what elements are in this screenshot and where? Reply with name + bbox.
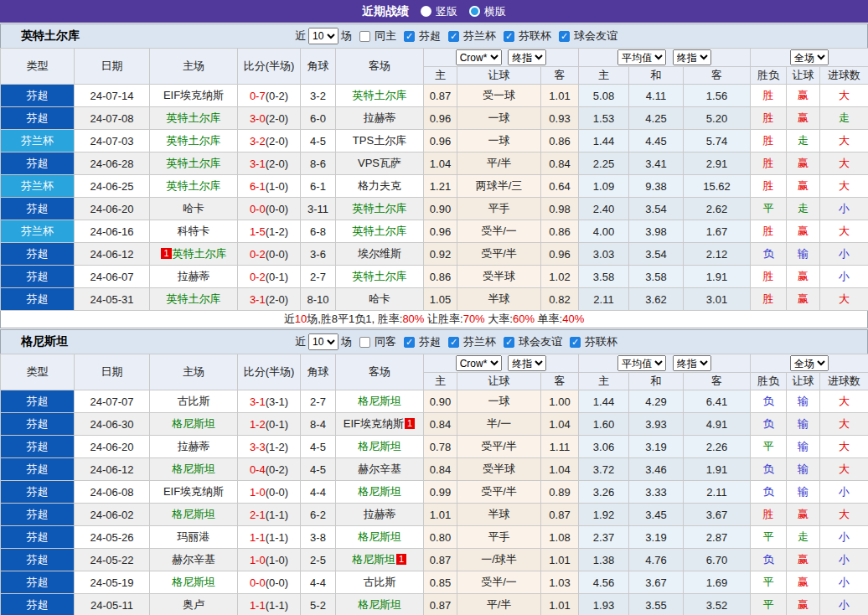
away-team-cell: 拉赫蒂 <box>336 504 424 526</box>
asia-away-odds: 1.08 <box>541 526 579 549</box>
score-cell: 3-1(2-0) <box>238 288 301 311</box>
fulltime-score: 0-2 <box>250 248 266 261</box>
league-checkbox-label[interactable]: 芬联杯 <box>519 28 551 44</box>
fulltime-score: 3-1 <box>250 395 266 408</box>
match-row: 芬超24-06-20拉赫蒂3-3(1-2)4-5格尼斯坦0.78受平/半1.11… <box>1 436 868 458</box>
home-team-cell: 英特土尔库 <box>150 288 238 311</box>
scope-select[interactable]: 全场 <box>790 49 829 65</box>
team-link: 埃尔维斯 <box>358 247 401 260</box>
asia-home-odds: 1.01 <box>424 504 457 526</box>
asia-final-select[interactable]: 终指 <box>508 49 546 65</box>
euro-away-odds: 5.20 <box>684 107 751 130</box>
red-card-badge: 1 <box>161 248 171 259</box>
euro-draw-odds: 4.29 <box>629 390 684 413</box>
match-date: 24-07-14 <box>75 85 150 107</box>
team-link: 哈卡 <box>183 202 204 214</box>
result-goals: 大 <box>820 130 868 152</box>
same-venue-checkbox[interactable]: ✓ <box>359 31 370 42</box>
corner-score: 6-0 <box>301 107 336 130</box>
corner-score: 6-8 <box>301 220 336 243</box>
radio-label[interactable]: 竖版 <box>436 4 457 19</box>
result-goals: 小 <box>820 594 868 615</box>
league-checkbox[interactable]: ✓ <box>570 337 581 348</box>
bookmaker-select[interactable]: Crow* <box>456 49 502 65</box>
league-checkbox[interactable]: ✓ <box>448 337 459 348</box>
league-checkbox-label[interactable]: 芬联杯 <box>585 334 617 349</box>
euro-home-odds: 3.03 <box>579 243 629 266</box>
same-venue-label[interactable]: 同客 <box>375 334 396 349</box>
asia-final-select[interactable]: 终指 <box>508 355 546 371</box>
league-checkbox-label[interactable]: 芬超 <box>419 334 441 349</box>
fulltime-score: 0-7 <box>250 90 266 102</box>
league-checkbox[interactable]: ✓ <box>559 31 570 42</box>
match-count-select[interactable]: 10 <box>308 333 338 350</box>
radio-icon[interactable] <box>469 6 480 17</box>
scope-select[interactable]: 全场 <box>790 355 829 371</box>
same-venue-label[interactable]: 同主 <box>375 28 396 44</box>
asia-away-odds: 1.02 <box>541 266 579 288</box>
euro-away-odds: 2.91 <box>684 152 751 175</box>
asia-away-odds: 1.01 <box>541 594 579 615</box>
league-checkbox[interactable]: ✓ <box>504 337 514 348</box>
league-checkbox[interactable]: ✓ <box>448 31 459 42</box>
league-checkbox[interactable]: ✓ <box>404 31 415 42</box>
away-team-cell: 格尼斯坦 <box>336 436 424 458</box>
league-checkbox-label[interactable]: 球会友谊 <box>574 28 617 44</box>
bookmaker-select[interactable]: Crow* <box>456 355 502 371</box>
asia-home-odds: 0.87 <box>424 85 457 107</box>
league-type-badge: 芬超 <box>1 504 75 526</box>
asia-away-odds: 1.04 <box>541 458 579 481</box>
euro-draw-odds: 3.93 <box>629 413 684 436</box>
team-link: 英特土尔库 <box>167 157 221 169</box>
result-handicap: 赢 <box>787 266 820 288</box>
team-link: 英特土尔库 <box>167 292 221 305</box>
same-venue-checkbox[interactable]: ✓ <box>359 337 370 348</box>
team-name: 英特土尔库 <box>8 28 80 44</box>
league-checkbox-label[interactable]: 芬超 <box>419 28 441 44</box>
euro-draw-odds: 3.33 <box>629 481 684 504</box>
euro-draw-odds: 3.67 <box>629 571 684 594</box>
fulltime-score: 3-1 <box>250 293 266 306</box>
asia-home-odds: 0.80 <box>424 526 457 549</box>
layout-radio-vertical[interactable]: 竖版 <box>421 4 457 19</box>
euro-avg-select[interactable]: 平均值 <box>617 355 666 371</box>
euro-final-select[interactable]: 终指 <box>673 49 711 65</box>
euro-avg-select[interactable]: 平均值 <box>617 49 666 65</box>
euro-home-odds: 1.38 <box>579 549 629 571</box>
radio-label[interactable]: 横版 <box>484 4 506 19</box>
home-team-cell: 科特卡 <box>150 220 238 243</box>
match-date: 24-05-31 <box>75 288 150 311</box>
team-link: 赫尔辛基 <box>358 463 401 475</box>
away-team-cell: 赫尔辛基 <box>336 458 424 481</box>
home-team-cell: EIF埃克纳斯 <box>150 85 238 107</box>
col-header-euro-away: 客 <box>684 67 751 85</box>
away-team-cell: 格尼斯坦 <box>336 526 424 549</box>
match-count-select[interactable]: 10 <box>308 28 338 44</box>
euro-final-select[interactable]: 终指 <box>673 355 711 371</box>
team-link: 格尼斯坦 <box>352 553 395 566</box>
col-header-goals: 进球数 <box>820 67 868 85</box>
asia-away-odds: 1.01 <box>541 85 579 107</box>
home-team-cell: 格尼斯坦 <box>150 458 238 481</box>
match-row: 芬超24-06-02格尼斯坦2-1(1-1)6-2拉赫蒂1.01半球0.871.… <box>1 504 868 526</box>
asia-odds-group: Crow* 终指 <box>424 49 579 67</box>
halftime-score: (1-0) <box>266 180 288 193</box>
result-goals: 小 <box>820 549 868 571</box>
radio-icon[interactable] <box>421 6 431 17</box>
header-row-groups: 类型 日期 主场 比分(半场) 角球 客场 Crow* 终指 平均值 终指 全场 <box>1 354 868 373</box>
league-checkbox-label[interactable]: 芬兰杯 <box>463 334 496 349</box>
fulltime-score: 3-2 <box>250 135 266 147</box>
summary-text: 单率: <box>535 313 562 325</box>
match-date: 24-06-07 <box>75 266 150 288</box>
halftime-score: (0-1) <box>266 271 288 283</box>
euro-home-odds: 2.11 <box>579 288 629 311</box>
summary-stat-value: 70% <box>463 313 485 325</box>
league-checkbox[interactable]: ✓ <box>404 337 415 348</box>
league-checkbox[interactable]: ✓ <box>504 31 514 42</box>
score-cell: 1-2(0-1) <box>238 413 301 436</box>
league-checkbox-label[interactable]: 芬兰杯 <box>463 28 496 44</box>
filter-bar: 近 10 场 ✓ 同主 ✓芬超 ✓芬兰杯 ✓芬联杯 ✓球会友谊 <box>295 28 617 44</box>
league-checkbox-label[interactable]: 球会友谊 <box>519 334 562 349</box>
layout-radio-horizontal[interactable]: 横版 <box>469 4 506 19</box>
euro-home-odds: 3.58 <box>579 266 629 288</box>
